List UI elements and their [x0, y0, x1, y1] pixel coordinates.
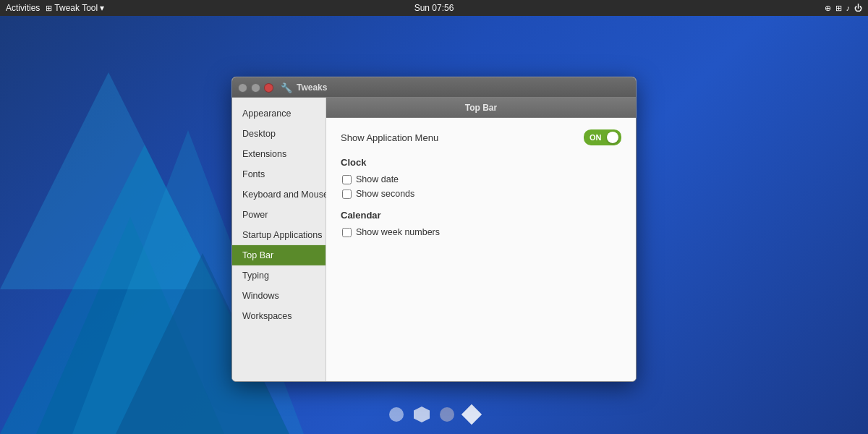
sidebar-item-keyboard-mouse[interactable]: Keyboard and Mouse [232, 184, 326, 205]
tweak-tool-arrow: ▾ [100, 3, 104, 13]
clock-section-header: Clock [341, 157, 621, 168]
minimize-button[interactable] [238, 82, 247, 92]
show-date-checkbox[interactable] [342, 174, 352, 184]
power-icon[interactable]: ⏻ [854, 4, 862, 12]
tweak-tool-label: Tweak Tool [54, 3, 98, 13]
show-seconds-label: Show seconds [356, 189, 414, 199]
sidebar-item-windows[interactable]: Windows [232, 286, 326, 306]
content-title: Top Bar [465, 103, 497, 113]
activities-button[interactable]: Activities [6, 3, 40, 13]
sidebar-item-fonts[interactable]: Fonts [232, 164, 326, 184]
show-application-menu-label: Show Application Menu [341, 132, 438, 142]
show-week-numbers-row: Show week numbers [342, 225, 621, 239]
tweak-tool-menu[interactable]: ⊞ Tweak Tool ▾ [46, 3, 104, 13]
maximize-button[interactable] [251, 82, 260, 92]
taskbar-dot-1[interactable] [389, 407, 404, 422]
sidebar-item-extensions[interactable]: Extensions [232, 144, 326, 164]
window-controls [238, 82, 273, 92]
taskbar-hex[interactable] [414, 407, 430, 422]
network-icon[interactable]: ⊞ [835, 4, 842, 13]
calendar-section-header: Calendar [341, 210, 621, 221]
sidebar: Appearance Desktop Extensions Fonts Keyb… [232, 98, 326, 381]
content-area: Top Bar Show Application Menu ON Clock [326, 98, 636, 381]
app-icon: 🔧 [281, 82, 292, 93]
toggle-knob [607, 132, 618, 143]
content-header: Top Bar [326, 98, 636, 118]
sidebar-item-appearance[interactable]: Appearance [232, 103, 326, 124]
toggle-on-text: ON [590, 133, 602, 142]
close-button[interactable] [264, 82, 273, 92]
system-clock: Sun 07:56 [414, 3, 454, 13]
sidebar-item-startup-applications[interactable]: Startup Applications [232, 225, 326, 245]
system-bar: Activities ⊞ Tweak Tool ▾ Sun 07:56 ⊕ ⊞ … [0, 0, 868, 16]
main-window: 🔧 Tweaks Appearance Desktop Extensions F… [231, 77, 637, 382]
show-application-menu-row: Show Application Menu ON [341, 129, 621, 145]
sidebar-item-power[interactable]: Power [232, 205, 326, 225]
accessibility-icon[interactable]: ⊕ [825, 4, 831, 13]
show-week-numbers-label: Show week numbers [356, 227, 440, 237]
show-week-numbers-checkbox[interactable] [342, 227, 352, 237]
sidebar-item-typing[interactable]: Typing [232, 265, 326, 286]
sidebar-item-top-bar[interactable]: Top Bar [232, 245, 326, 265]
show-date-row: Show date [342, 172, 621, 187]
sidebar-item-workspaces[interactable]: Workspaces [232, 306, 326, 326]
taskbar [389, 407, 479, 422]
show-date-label: Show date [356, 174, 399, 184]
taskbar-dot-2[interactable] [440, 407, 454, 422]
volume-icon[interactable]: ♪ [846, 4, 851, 12]
window-titlebar: 🔧 Tweaks [232, 77, 636, 98]
show-seconds-row: Show seconds [342, 187, 621, 201]
show-seconds-checkbox[interactable] [342, 189, 352, 198]
sidebar-item-desktop[interactable]: Desktop [232, 124, 326, 144]
tweak-tool-icon: ⊞ [46, 4, 52, 13]
app-title: Tweaks [297, 82, 327, 93]
taskbar-diamond[interactable] [461, 404, 482, 425]
show-application-menu-toggle[interactable]: ON [584, 129, 621, 145]
